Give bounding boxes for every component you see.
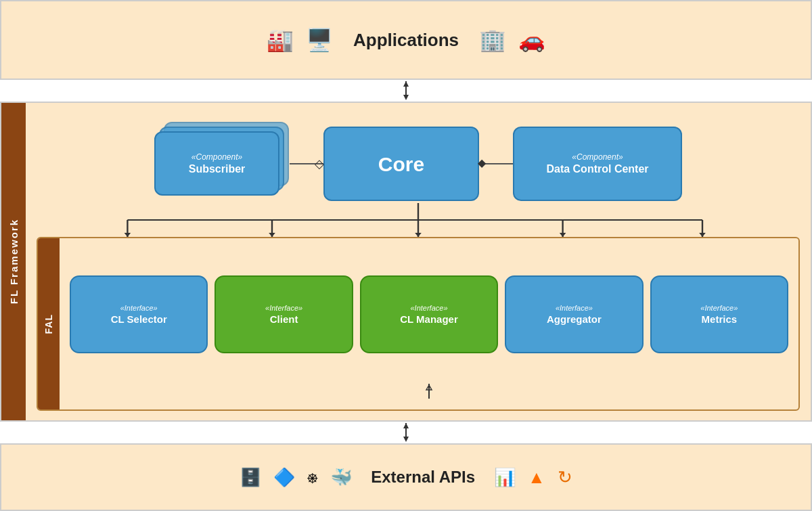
building-icon: 🏢 [479,29,506,51]
subscriber-stack: «Component» Subscriber [154,122,290,196]
chart-icon: 📊 [494,468,516,486]
svg-marker-2 [403,95,409,100]
fal-content: «Interface» CL Selector «Interface» Clie… [60,238,798,409]
car-icon: 🚗 [518,29,545,51]
fl-framework-label-bar: FL Framework [1,103,26,420]
fal-card-metrics: «Interface» Metrics [650,275,788,353]
subscriber-stereotype: «Component» [191,152,242,162]
factory-icon: 🏭 [267,29,294,51]
metrics-stereotype: «Interface» [700,304,738,312]
ext-icons-right: 📊 ▲ ↻ [494,468,572,486]
external-apis-section: 🗄️ 🔷 ⎈ 🐳 External APIs 📊 ▲ ↻ [0,443,812,511]
external-apis-title: External APIs [371,468,475,487]
client-stereotype: «Interface» [265,304,302,312]
svg-marker-19 [403,437,409,442]
diamond-connector-right: ◆ [478,156,486,169]
bottom-arrow-connector [0,422,812,443]
kubernetes-icon: ⎈ [307,467,318,488]
app-icons-left: 🏭 🖥️ [267,29,333,51]
bottom-arrow-svg [396,422,416,443]
cl-selector-stereotype: «Interface» [120,304,158,312]
main-wrapper: 🏭 🖥️ Applications 🏢 🚗 FL Framework [0,0,812,511]
core-dcc-connector: ◆ [479,163,513,164]
app-icons-right: 🏢 🚗 [479,29,545,51]
core-name: Core [378,153,424,176]
fal-section: FAL «Interface» CL Selector «Interface» [37,237,800,411]
fal-bottom-connector-svg [419,384,439,403]
fal-card-cl-manager: «Interface» CL Manager [360,275,498,353]
diamond-connector-left: ◇ [315,156,324,171]
refresh-icon: ↻ [558,468,572,486]
aggregator-stereotype: «Interface» [556,304,593,312]
tf-icon: ▲ [528,468,545,486]
subscriber-core-connector: ◇ [290,163,323,164]
fl-framework-label: FL Framework [8,219,20,304]
fal-bottom-connector [66,384,792,403]
applications-section: 🏭 🖥️ Applications 🏢 🚗 [0,0,812,80]
fal-card-client: «Interface» Client [215,275,353,353]
grid-icon: 🔷 [273,468,295,486]
monitor-icon: 🖥️ [306,29,333,51]
fal-wrapper: FAL «Interface» CL Selector «Interface» [37,213,800,411]
subscriber-card-front: «Component» Subscriber [154,131,279,196]
applications-title: Applications [353,30,459,51]
fl-framework-section: FL Framework «Component» [0,102,812,422]
metrics-name: Metrics [702,313,738,325]
database-icon: 🗄️ [240,468,261,486]
fal-card-cl-selector: «Interface» CL Selector [70,275,208,353]
subscriber-name: Subscriber [189,163,246,175]
fal-label: FAL [43,314,54,334]
svg-marker-1 [403,81,409,87]
cl-manager-stereotype: «Interface» [410,304,447,312]
dcc-card: «Component» Data Control Center [513,127,682,201]
client-name: Client [270,313,298,325]
fal-cards-row: «Interface» CL Selector «Interface» Clie… [66,245,792,384]
cl-manager-name: CL Manager [400,313,458,325]
top-arrow-svg [396,80,416,102]
core-card: Core [323,127,479,201]
ext-icons-left: 🗄️ 🔷 ⎈ 🐳 [240,467,352,488]
fl-framework-content: «Component» Subscriber ◇ Core ◆ [26,103,811,420]
top-arrow-connector [0,80,812,102]
svg-marker-18 [403,423,409,428]
aggregator-name: Aggregator [547,313,602,325]
fal-label-bar: FAL [38,238,60,409]
fal-card-aggregator: «Interface» Aggregator [505,275,643,353]
dcc-stereotype: «Component» [572,152,623,162]
dcc-name: Data Control Center [546,163,648,175]
cl-selector-name: CL Selector [111,313,167,325]
docker-icon: 🐳 [330,468,352,486]
core-fal-connectors-svg [37,203,800,237]
